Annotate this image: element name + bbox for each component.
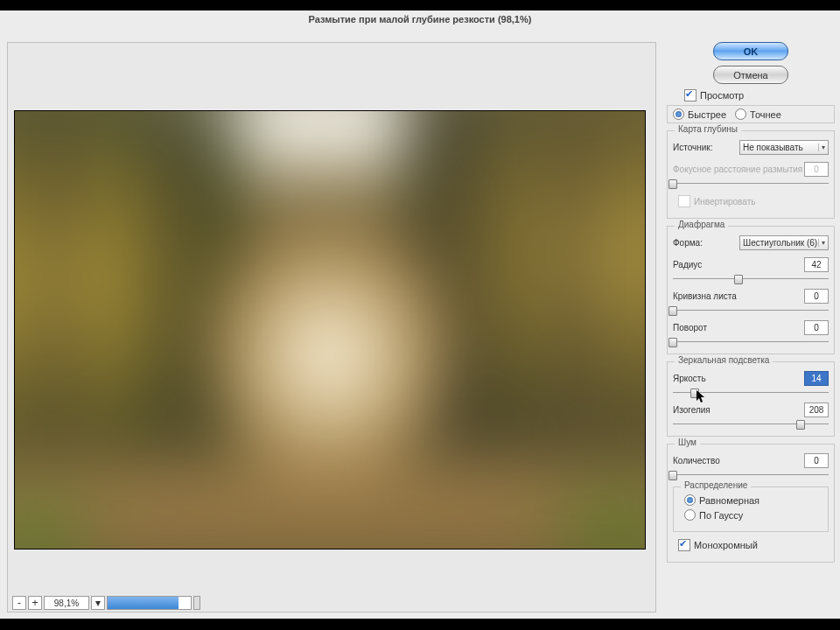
legend-distribution: Распределение: [681, 480, 751, 490]
threshold-slider[interactable]: [673, 420, 829, 429]
ok-button[interactable]: OK: [713, 42, 788, 60]
rotation-label: Поворот: [673, 323, 707, 332]
chevron-down-icon: ▾: [818, 144, 825, 151]
invert-row: Инвертировать: [678, 195, 829, 207]
dialog-lens-blur: Размытие при малой глубине резкости (98,…: [0, 10, 840, 619]
group-highlights: Зеркальная подсветка Яркость 14 Изогелия…: [667, 361, 835, 437]
curvature-slider[interactable]: [673, 306, 829, 315]
preview-toggle-row: Просмотр: [684, 89, 835, 102]
radius-label: Радиус: [673, 260, 702, 270]
amount-field[interactable]: 0: [804, 453, 829, 468]
brightness-slider[interactable]: [673, 388, 829, 397]
focal-distance-slider: [673, 179, 829, 188]
shape-label: Форма:: [673, 238, 703, 248]
rotation-field[interactable]: 0: [804, 320, 829, 335]
amount-slider[interactable]: [673, 471, 829, 480]
brightness-label: Яркость: [673, 374, 706, 383]
group-noise: Шум Количество 0 Распределение Равномерн…: [667, 444, 835, 563]
progress-bar: [107, 596, 192, 610]
preview-image[interactable]: [14, 110, 646, 550]
zoom-out-button[interactable]: -: [12, 596, 26, 610]
brightness-field[interactable]: 14: [804, 371, 829, 386]
preview-pane: - + 98,1% ▾: [7, 42, 656, 612]
mono-row: Монохромный: [678, 539, 829, 551]
controls-panel: OK Отмена Просмотр Быстрее Точнее Карта …: [667, 42, 835, 563]
threshold-label: Изогелия: [673, 405, 710, 415]
invert-checkbox: [678, 195, 690, 207]
source-label: Источник:: [673, 143, 712, 152]
group-depth-map: Карта глубины Источник: Не показывать▾ Ф…: [667, 130, 835, 219]
preview-checkbox[interactable]: [684, 89, 696, 102]
mono-label: Монохромный: [694, 540, 758, 550]
zoom-menu-button[interactable]: ▾: [91, 596, 105, 610]
legend-depth-map: Карта глубины: [675, 124, 741, 134]
chevron-down-icon: ▾: [818, 239, 825, 247]
radio-accurate[interactable]: Точнее: [735, 108, 781, 120]
radio-uniform[interactable]: Равномерная: [684, 494, 822, 506]
focal-distance-field: 0: [804, 162, 829, 177]
preview-checkbox-label: Просмотр: [700, 90, 744, 101]
preview-content: [14, 110, 646, 550]
curvature-label: Кривизна листа: [673, 291, 737, 301]
invert-label: Инвертировать: [694, 197, 755, 206]
source-select[interactable]: Не показывать▾: [739, 140, 829, 155]
legend-highlights: Зеркальная подсветка: [675, 355, 773, 365]
legend-noise: Шум: [675, 438, 700, 447]
dialog-title: Размытие при малой глубине резкости (98,…: [0, 10, 840, 28]
zoom-value[interactable]: 98,1%: [44, 596, 89, 610]
radius-slider[interactable]: [673, 275, 829, 284]
focal-distance-label: Фокусное расстояние размытия: [673, 164, 802, 174]
splitter-handle[interactable]: [193, 596, 200, 610]
group-iris: Диафрагма Форма: Шестиугольник (6)▾ Ради…: [667, 226, 835, 354]
curvature-field[interactable]: 0: [804, 289, 829, 304]
radio-gaussian[interactable]: По Гауссу: [684, 509, 822, 521]
amount-label: Количество: [673, 456, 720, 466]
legend-iris: Диафрагма: [675, 220, 728, 229]
threshold-field[interactable]: 208: [804, 402, 829, 417]
zoom-toolbar: - + 98,1% ▾: [12, 595, 200, 611]
cancel-button[interactable]: Отмена: [713, 66, 788, 84]
group-distribution: Распределение Равномерная По Гауссу: [673, 486, 829, 532]
radio-fast[interactable]: Быстрее: [673, 108, 726, 120]
radius-field[interactable]: 42: [804, 257, 829, 272]
rotation-slider[interactable]: [673, 338, 829, 346]
quality-mode: Быстрее Точнее: [667, 105, 835, 123]
shape-select[interactable]: Шестиугольник (6)▾: [739, 235, 829, 250]
mono-checkbox[interactable]: [678, 539, 690, 551]
zoom-in-button[interactable]: +: [28, 596, 42, 610]
